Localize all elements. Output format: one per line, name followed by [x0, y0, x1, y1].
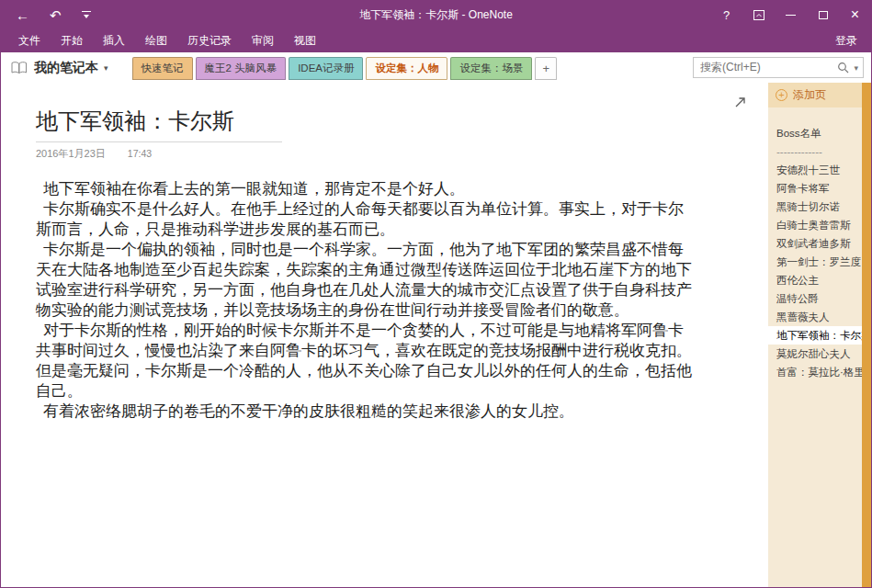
titlebar: ← ↶ 地下军领袖：卡尔斯 - OneNote ? × [1, 1, 871, 28]
search-placeholder: 搜索(Ctrl+E) [700, 60, 837, 75]
add-page-label: 添加页 [793, 87, 826, 103]
quick-access-toolbar: ← ↶ [1, 8, 91, 22]
search-box[interactable]: 搜索(Ctrl+E) ▾ [693, 57, 864, 78]
note-text-block[interactable]: 地下军领袖在你看上去的第一眼就知道，那肯定不是个好人。 卡尔斯确实不是什么好人。… [36, 179, 697, 422]
customize-toolbar-icon[interactable] [82, 11, 91, 18]
page-time: 17:43 [128, 148, 152, 159]
ribbon-tab-bar: 文件 开始 插入 绘图 历史记录 审阅 视图 登录 [1, 28, 871, 52]
page-list-item-current[interactable]: 地下军领袖：卡尔斯 [768, 326, 862, 345]
page-list-item[interactable]: 黑蔷薇夫人 [768, 308, 862, 326]
page-list-scrollbar[interactable] [862, 83, 871, 587]
ribbon-tab-draw[interactable]: 绘图 [135, 28, 177, 52]
page-list-item[interactable]: 安德烈十三世 [768, 161, 862, 179]
ribbon-tab-home[interactable]: 开始 [51, 28, 93, 52]
section-tab-brainstorm[interactable]: 魔王2 头脑风暴 [196, 57, 287, 80]
section-tab-idea-notebook[interactable]: IDEA记录册 [289, 57, 363, 80]
page-list-item[interactable]: 莫妮尔甜心夫人 [768, 345, 862, 363]
fullscreen-expand-icon[interactable] [734, 96, 746, 112]
search-icon[interactable] [837, 62, 849, 74]
back-arrow-icon[interactable]: ← [16, 8, 29, 22]
notebook-name: 我的笔记本 [34, 60, 98, 76]
page-title[interactable]: 地下军领袖：卡尔斯 [36, 107, 282, 136]
page-list-item[interactable]: Boss名单 [768, 124, 862, 142]
page-list-item[interactable]: 第一剑士：罗兰度 [768, 253, 862, 271]
page-list-panel: + 添加页 Boss名单 ------------- 安德烈十三世 阿鲁卡将军 … [768, 83, 871, 587]
page-list-item[interactable]: 黑骑士切尔诺 [768, 198, 862, 216]
window-controls: ? × [710, 1, 871, 28]
minimize-button[interactable] [775, 1, 807, 28]
help-button[interactable]: ? [710, 1, 742, 28]
ribbon-tab-file[interactable]: 文件 [8, 28, 51, 52]
add-page-button[interactable]: + 添加页 [768, 83, 862, 107]
notebook-dropdown[interactable]: 我的笔记本 ▾ [10, 60, 108, 76]
ribbon-tab-insert[interactable]: 插入 [93, 28, 135, 52]
add-page-plus-icon: + [776, 89, 787, 101]
page-list: Boss名单 ------------- 安德烈十三世 阿鲁卡将军 黑骑士切尔诺… [768, 107, 862, 381]
page-list-item[interactable]: ------------- [768, 142, 862, 161]
search-scope-chevron-icon[interactable]: ▾ [854, 63, 858, 73]
section-tab-characters[interactable]: 设定集：人物 [366, 57, 447, 80]
page-list-item[interactable]: 白骑士奥普雷斯 [768, 216, 862, 234]
body-paragraph[interactable]: 卡尔斯确实不是什么好人。在他手上经过的人命每天都要以百为单位计算。事实上，对于卡… [36, 199, 697, 240]
notebook-icon [10, 61, 28, 75]
add-section-tab[interactable]: + [535, 57, 557, 80]
body-row: 地下军领袖：卡尔斯 2016年1月23日 17:43 地下军领袖在你看上去的第一… [1, 83, 871, 587]
page-date: 2016年1月23日 [36, 147, 106, 161]
ribbon-tab-review[interactable]: 审阅 [242, 28, 284, 52]
page-list-item[interactable]: 温特公爵 [768, 289, 862, 308]
page-canvas[interactable]: 地下军领袖：卡尔斯 2016年1月23日 17:43 地下军领袖在你看上去的第一… [1, 83, 768, 587]
onenote-window: ← ↶ 地下军领袖：卡尔斯 - OneNote ? × 文件 开始 插入 绘图 … [0, 0, 872, 588]
sign-in-button[interactable]: 登录 [821, 33, 871, 49]
ribbon-tab-history[interactable]: 历史记录 [177, 28, 242, 52]
page-list-item[interactable]: 首富：莫拉比·格里芬 [768, 363, 862, 381]
maximize-button[interactable] [807, 1, 839, 28]
page-list-item[interactable]: 阿鲁卡将军 [768, 179, 862, 198]
section-tab-scenes[interactable]: 设定集：场景 [450, 57, 532, 80]
section-tabs: 快速笔记 魔王2 头脑风暴 IDEA记录册 设定集：人物 设定集：场景 + [132, 57, 558, 83]
chevron-down-icon: ▾ [104, 63, 108, 73]
section-tab-quick-notes[interactable]: 快速笔记 [132, 57, 193, 80]
page-meta: 2016年1月23日 17:43 [36, 147, 768, 161]
page-title-block[interactable]: 地下军领袖：卡尔斯 [36, 107, 282, 142]
close-button[interactable]: × [839, 1, 871, 28]
body-paragraph[interactable]: 地下军领袖在你看上去的第一眼就知道，那肯定不是个好人。 [36, 179, 697, 199]
notebook-bar: 我的笔记本 ▾ 快速笔记 魔王2 头脑风暴 IDEA记录册 设定集：人物 设定集… [1, 52, 871, 83]
body-paragraph[interactable]: 卡尔斯是一个偏执的领袖，同时也是一个科学家。一方面，他为了地下军团的繁荣昌盛不惜… [36, 240, 697, 321]
undo-icon[interactable]: ↶ [50, 8, 62, 22]
ribbon-tab-view[interactable]: 视图 [284, 28, 326, 52]
page-list-item[interactable]: 双剑武者迪多斯 [768, 234, 862, 253]
body-paragraph[interactable]: 有着浓密络腮胡子的卷毛的不爱干净的皮肤很粗糙的笑起来很渗人的女儿控。 [36, 401, 697, 422]
page-list-item[interactable]: 西伦公主 [768, 271, 862, 289]
ribbon-display-options-icon[interactable] [742, 1, 775, 28]
body-paragraph[interactable]: 对于卡尔斯的性格，刚开始的时候卡尔斯并不是一个贪婪的人，不过可能是与地精将军阿鲁… [36, 321, 697, 401]
